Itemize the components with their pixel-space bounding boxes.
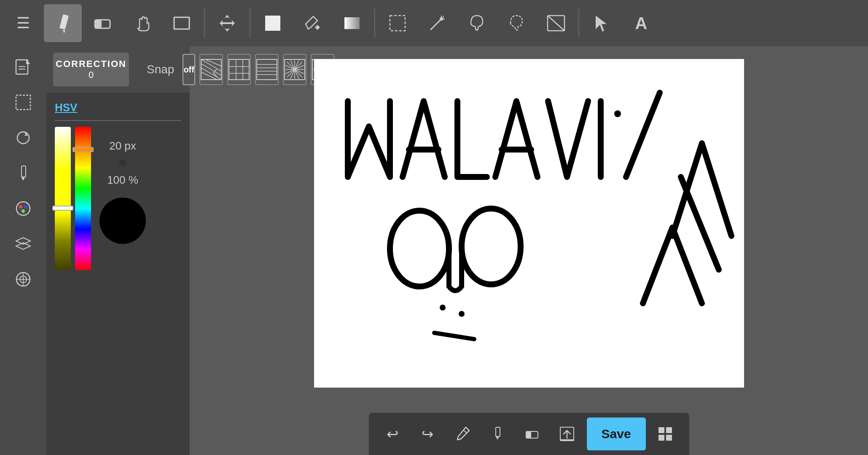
svg-point-27 [24,205,27,209]
layers-button[interactable] [7,228,40,260]
magic-wand-button[interactable] [418,4,456,42]
correction-panel[interactable]: CORRECTION 0 [53,53,129,86]
hand-tool-button[interactable] [123,4,161,42]
svg-rect-83 [658,427,664,433]
text-button[interactable]: A [622,4,660,42]
svg-point-21 [17,132,29,144]
svg-line-13 [443,16,444,18]
toolbar-divider-2 [250,8,250,38]
svg-point-28 [21,209,25,213]
grid-menu-button[interactable] [650,418,681,450]
new-canvas-icon [14,58,32,76]
color-preview-circle[interactable] [99,198,146,244]
selection-tool-button[interactable] [7,86,40,119]
color-panel: HSV [46,93,190,455]
color-icon [14,200,32,217]
eraser-bottom-button[interactable] [517,418,548,450]
svg-marker-6 [315,25,320,30]
undo-button[interactable]: ↩ [377,418,408,450]
snap-bar: CORRECTION 0 Snap off [46,46,190,93]
svg-rect-8 [390,16,405,31]
fill-bucket-icon [301,12,323,34]
drawing-canvas[interactable] [314,59,744,388]
cursor-icon [591,12,613,34]
gradient-icon [341,12,363,34]
svg-marker-24 [21,177,25,180]
color-button[interactable] [7,192,40,225]
svg-rect-86 [666,435,672,441]
move-tool-button[interactable] [208,4,246,42]
svg-marker-1 [63,30,65,33]
selection-button[interactable] [379,4,417,42]
svg-point-26 [19,205,22,209]
rectangle-tool-button[interactable] [163,4,201,42]
redo-button[interactable]: ↪ [412,418,443,450]
fill-color-button[interactable] [254,4,292,42]
pen-bottom-button[interactable] [482,418,513,450]
export-button[interactable] [552,418,583,450]
save-button[interactable]: Save [587,418,646,450]
lasso-button[interactable] [458,4,496,42]
correction-value: 0 [89,70,94,80]
selection-icon [387,12,408,34]
eraser-icon [91,12,113,34]
rotate-icon [14,129,32,147]
fill-color-icon [262,12,284,34]
svg-rect-4 [174,17,189,29]
eraser-tool-button[interactable] [83,4,121,42]
svg-line-75 [463,430,467,433]
svg-point-69 [390,211,449,286]
brightness-slider[interactable] [55,127,71,270]
opacity-value: 100 % [99,174,146,187]
new-canvas-button[interactable] [7,51,40,83]
svg-line-15 [548,16,564,31]
svg-rect-23 [21,166,26,177]
pencil-tool-button[interactable] [44,4,82,42]
grid-icon [14,270,32,288]
svg-point-10 [440,17,443,21]
hue-slider[interactable] [75,127,91,270]
svg-point-72 [459,311,465,317]
dotted-lasso-icon [505,12,527,34]
cut-button[interactable] [537,4,575,42]
back-button[interactable]: ‹ [202,59,228,84]
back-icon: ‹ [212,62,218,82]
lasso-icon [466,12,488,34]
rotate-button[interactable] [7,121,40,154]
undo-icon: ↩ [387,426,398,442]
hsv-mode-label[interactable]: HSV [55,101,181,114]
pen-bottom-icon [489,426,506,442]
correction-label: CORRECTION [56,59,126,70]
svg-point-25 [16,202,30,215]
toolbar-divider-3 [374,8,375,38]
dotted-lasso-button[interactable] [497,4,535,42]
main-area: CORRECTION 0 Snap off [0,46,868,455]
gradient-button[interactable] [333,4,371,42]
svg-line-68 [626,93,660,177]
fill-bucket-button[interactable] [293,4,331,42]
hamburger-icon: ☰ [16,14,30,32]
eyedropper-button[interactable] [447,418,478,450]
top-toolbar: ☰ [0,0,868,46]
cursor-button[interactable] [583,4,621,42]
brush-size-value: 20 px [99,139,146,153]
svg-rect-0 [59,14,69,29]
svg-point-70 [462,209,521,284]
grid-button[interactable] [7,263,40,296]
pencil-icon [52,12,74,34]
panel-area: CORRECTION 0 Snap off [46,46,190,455]
svg-line-73 [434,333,474,339]
rectangle-icon [171,12,193,34]
eyedropper-icon [454,426,471,442]
pencil-sidebar-button[interactable] [7,157,40,190]
toolbar-divider-4 [578,8,579,38]
svg-rect-7 [344,17,360,29]
hamburger-menu-button[interactable]: ☰ [4,4,42,42]
redo-icon: ↪ [422,426,433,442]
svg-rect-20 [16,95,30,110]
grid-menu-icon [657,426,674,442]
left-sidebar [0,46,46,455]
snap-label: Snap [147,63,174,76]
color-sliders [55,127,91,270]
selection-sidebar-icon [14,94,32,111]
